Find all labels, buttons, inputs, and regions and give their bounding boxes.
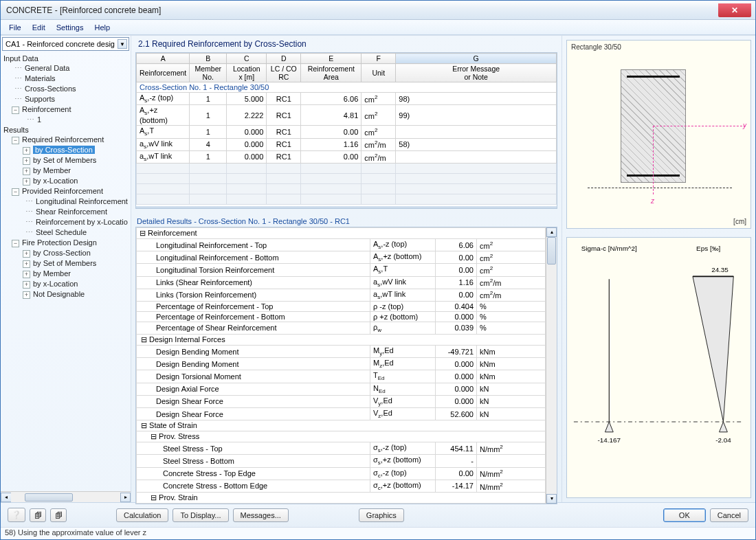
case-select-text: CA1 - Reinforced concrete desig [5,40,118,48]
menu-file[interactable]: File [3,22,27,33]
calculation-button[interactable]: Calculation [116,508,168,522]
details-row[interactable]: Percentage of Reinforcement - Topρ -z (t… [137,301,546,311]
menubar: File Edit Settings Help [1,20,755,35]
col-member-no: MemberNo. [190,64,227,82]
import-button[interactable]: 🗐 [50,508,67,522]
stress-strain-chart: Sigma-c [N/mm^2] Eps [‰] -14.167 24.35 -… [566,237,751,498]
details-title: Detailed Results - Cross-Section No. 1 -… [137,217,556,225]
content-area: CA1 - Reinforced concrete desig ▼ Input … [1,35,755,502]
close-button[interactable]: ✕ [718,3,751,17]
table-row[interactable]: As,T10.000RC10.00cm2 [137,126,557,138]
svg-marker-7 [720,422,728,432]
case-select[interactable]: CA1 - Reinforced concrete desig ▼ [2,37,129,51]
col-location: Locationx [m] [227,64,267,82]
details-row[interactable]: Longitudinal Torsion ReinforcementAs,T0.… [137,264,546,276]
to-display-button[interactable]: To Display... [173,508,228,522]
details-row[interactable]: Longitudinal Reinforcement - TopAs,-z (t… [137,238,546,251]
svg-marker-2 [605,422,613,432]
svg-text:-14.167: -14.167 [598,436,621,444]
menu-settings[interactable]: Settings [51,22,89,33]
table-row[interactable]: As,+z (bottom)12.222RC14.81cm299) [137,105,557,126]
export-button[interactable]: 🗐 [30,508,46,522]
window-title: CONCRETE - [Reinforced concrete beam] [6,5,718,15]
details-row[interactable]: Design Shear ForceVz,Ed52.600kN [137,408,546,420]
svg-text:-2.04: -2.04 [715,436,731,444]
col-reinforcement: Reinforcement [137,64,190,82]
right-panel: Rectangle 30/50 y z [cm] Sigma-c [N/mm^2… [562,36,755,502]
details-row[interactable]: Steel Stress - Bottomσs,+z (bottom)- [137,455,546,467]
details-row[interactable]: Concrete Stress - Top Edgeσc,-z (top)0.0… [137,467,546,480]
nav-tree[interactable]: Input Data ⋯General Data ⋯Materials ⋯Cro… [1,51,131,491]
titlebar: CONCRETE - [Reinforced concrete beam] ✕ [1,1,755,20]
messages-button[interactable]: Messages... [233,508,289,522]
menu-edit[interactable]: Edit [27,22,51,33]
chevron-down-icon: ▼ [118,39,127,49]
details-row[interactable]: Links (Torsion Reinforcement)as,wT link0… [137,289,546,301]
left-panel: CA1 - Reinforced concrete desig ▼ Input … [1,36,131,502]
details-row[interactable]: Design Torsional MomentTEd0.000kNm [137,370,546,383]
table-row[interactable]: as,wT link10.000RC10.00cm2/m [137,150,557,163]
col-error: Error Messageor Note [396,64,557,82]
col-unit: Unit [362,64,396,82]
details-row[interactable]: Longitudinal Reinforcement - BottomAs,+z… [137,251,546,264]
details-row[interactable]: Design Axial ForceNEd0.000kN [137,383,546,395]
help-button[interactable]: ❔ [8,508,25,522]
table-row[interactable]: As,-z (top)15.000RC16.06cm298) [137,93,557,105]
svg-marker-5 [693,277,733,423]
status-bar: 58) Using the approximate value of lever… [1,527,755,539]
svg-text:24.35: 24.35 [711,267,729,274]
details-row[interactable]: Design Bending MomentMz,Ed0.000kNm [137,358,546,370]
window-buttons: ✕ [718,3,755,17]
table-row[interactable]: as,wV link40.000RC11.16cm2/m58) [137,138,557,150]
ok-button[interactable]: OK [663,508,706,522]
chart-title-right: Eps [‰] [696,245,720,252]
chart-title-left: Sigma-c [N/mm^2] [581,245,637,252]
cross-section-preview: Rectangle 30/50 y z [cm] [566,40,751,229]
details-vscroll[interactable]: ▴ ▾ [546,227,557,504]
bottom-bar: ❔ 🗐 🗐 Calculation To Display... Messages… [1,502,755,527]
col-area: ReinforcementArea [301,64,362,82]
tree-input-data: Input Data [3,54,131,63]
menu-help[interactable]: Help [89,22,115,33]
details-row[interactable]: Links (Shear Reinforcement)as,wV link1.1… [137,276,546,289]
graphics-button[interactable]: Graphics [359,508,404,522]
details-row[interactable]: Steel Stress - Topσs,-z (top)454.11N/mm2 [137,442,546,455]
tree-hscroll[interactable]: ◂ ▸ [1,491,131,502]
details-row[interactable]: Percentage of Reinforcement - Bottomρ +z… [137,311,546,322]
results-table[interactable]: ABCDEFG Reinforcement MemberNo. Location… [135,52,557,209]
center-panel: 2.1 Required Reinforcement by Cross-Sect… [131,36,562,502]
section-title: 2.1 Required Reinforcement by Cross-Sect… [131,36,562,52]
details-row[interactable]: Design Bending MomentMy,Ed-49.721kNm [137,346,546,358]
details-table[interactable]: ⊟ Reinforcement Longitudinal Reinforceme… [135,227,557,504]
details-row[interactable]: Concrete Stress - Bottom Edgeσc,+z (bott… [137,480,546,492]
details-row[interactable]: Design Shear ForceVy,Ed0.000kN [137,395,546,407]
tree-by-cross-section[interactable]: +by Cross-Section [3,145,131,155]
cancel-button[interactable]: Cancel [710,508,748,522]
collapse-icon: − [12,106,19,114]
details-row[interactable]: Percentage of Shear Reinforcementρw0.039… [137,322,546,334]
tree-results: Results [3,125,131,135]
col-lc-co: LC / CORC [267,64,301,82]
